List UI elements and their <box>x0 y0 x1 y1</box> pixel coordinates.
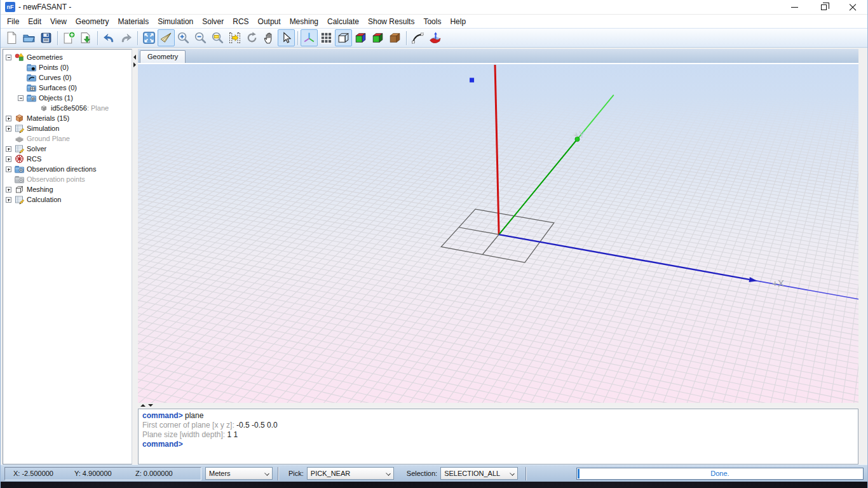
collapse-left-icon[interactable] <box>133 55 136 60</box>
menu-solver[interactable]: Solver <box>198 16 228 27</box>
point-marker <box>470 78 474 82</box>
flat-shaded-mode-button[interactable] <box>352 29 369 46</box>
close-icon <box>849 3 857 11</box>
import-geometry-button[interactable] <box>78 29 95 46</box>
tree-item-rcs[interactable]: RCS <box>3 154 132 164</box>
collapse-toggle-icon[interactable] <box>18 95 24 101</box>
minimize-icon <box>791 7 798 8</box>
selection-mode-select[interactable]: SELECTION_ALL <box>440 467 518 480</box>
tree-item-objects-1[interactable]: Objects (1) <box>3 93 132 103</box>
expand-toggle-icon[interactable] <box>6 156 11 162</box>
zoom-in-button[interactable] <box>175 29 192 46</box>
tree-item-solver[interactable]: Solver <box>3 144 132 154</box>
tree-item-calculation[interactable]: Calculation <box>3 194 132 205</box>
tree-item-meshing[interactable]: Meshing <box>3 184 132 194</box>
new-file-button[interactable] <box>3 29 20 46</box>
expand-toggle-icon[interactable] <box>6 187 11 193</box>
tree-item-label: Meshing <box>27 186 53 193</box>
menu-materials[interactable]: Materials <box>114 16 154 27</box>
add-geometry-button[interactable] <box>60 29 78 46</box>
rcs-icon <box>14 154 25 164</box>
menu-meshing[interactable]: Meshing <box>285 16 323 27</box>
expand-toggle-icon[interactable] <box>6 197 11 203</box>
show-grid-button[interactable] <box>318 29 335 46</box>
menu-tools[interactable]: Tools <box>419 16 445 27</box>
menu-show-results[interactable]: Show Results <box>363 16 419 27</box>
menu-calculate[interactable]: Calculate <box>323 16 363 27</box>
tab-geometry[interactable]: Geometry <box>140 50 186 63</box>
perspective-view-button[interactable] <box>158 29 175 46</box>
surfaces-folder-icon <box>26 83 37 93</box>
viewport-canvas[interactable]: +X+Y <box>138 64 858 403</box>
menu-simulation[interactable]: Simulation <box>153 16 198 27</box>
menu-edit[interactable]: Edit <box>24 16 46 27</box>
zoom-window-icon <box>211 31 224 44</box>
menu-view[interactable]: View <box>46 16 71 27</box>
tree-item-materials-15[interactable]: Materials (15) <box>3 113 132 123</box>
curvature-tool-button[interactable] <box>409 29 426 46</box>
units-select[interactable]: Meters <box>205 467 273 480</box>
coordinate-z: Z: 0.000000 <box>135 470 196 477</box>
expand-toggle-icon[interactable] <box>6 166 11 172</box>
status-divider <box>278 467 278 480</box>
tree-item-observation-directions[interactable]: Observation directions <box>3 164 132 174</box>
new-file-icon <box>5 31 18 44</box>
tree-item-observation-points[interactable]: Observation points <box>3 174 132 184</box>
chevron-down-icon <box>264 471 269 476</box>
restore-button[interactable] <box>809 0 838 14</box>
minimize-button[interactable] <box>780 0 809 14</box>
rotate-view-button[interactable] <box>243 29 261 46</box>
normals-tool-button[interactable] <box>426 29 444 46</box>
viewport-3d[interactable]: +X+Y <box>138 63 858 403</box>
tree-item-geometries[interactable]: Geometries <box>3 52 132 62</box>
tree-item-label: Objects (1) <box>39 94 73 102</box>
horizontal-splitter[interactable] <box>138 403 858 409</box>
menu-output[interactable]: Output <box>254 16 285 27</box>
zoom-selection-button[interactable] <box>226 29 243 46</box>
expand-toggle-icon[interactable] <box>6 146 11 152</box>
redo-button[interactable] <box>118 29 135 46</box>
select-cursor-button[interactable] <box>278 29 295 46</box>
tree-item-label: Simulation <box>27 125 59 132</box>
tree-item-ground-plane[interactable]: Ground Plane <box>3 133 132 144</box>
tree-item-simulation[interactable]: Simulation <box>3 123 132 133</box>
project-tree: GeometriesPoints (0)Curves (0)Surfaces (… <box>3 49 132 464</box>
smooth-shaded-mode-icon <box>371 31 384 44</box>
open-file-button[interactable] <box>20 29 37 46</box>
expand-toggle-icon[interactable] <box>6 126 11 132</box>
tree-item-points-0[interactable]: Points (0) <box>3 62 132 72</box>
open-file-icon <box>22 31 36 44</box>
close-button[interactable] <box>838 0 867 14</box>
zoom-out-button[interactable] <box>192 29 209 46</box>
x-axis-arrow <box>749 277 757 282</box>
undo-button[interactable] <box>100 29 118 46</box>
tree-item-id5c8e5056[interactable]: id5c8e5056 : Plane <box>3 103 132 113</box>
smooth-shaded-mode-button[interactable] <box>369 29 386 46</box>
collapse-toggle-icon[interactable] <box>6 55 11 60</box>
collapse-up-icon[interactable] <box>140 404 146 407</box>
menu-help[interactable]: Help <box>445 16 470 27</box>
collapse-right-icon[interactable] <box>133 62 136 67</box>
vertical-splitter[interactable] <box>132 49 138 464</box>
save-file-button[interactable] <box>37 29 55 46</box>
expand-toggle-icon[interactable] <box>6 116 11 121</box>
collapse-down-icon[interactable] <box>148 404 153 407</box>
fit-view-button[interactable] <box>140 29 158 46</box>
tree-item-surfaces-0[interactable]: Surfaces (0) <box>3 83 132 93</box>
textured-mode-button[interactable] <box>386 29 403 46</box>
menu-rcs[interactable]: RCS <box>228 16 253 27</box>
show-axes-button[interactable] <box>301 29 318 46</box>
form-icon <box>14 144 25 154</box>
menu-geometry[interactable]: Geometry <box>71 16 114 27</box>
y-axis-label: +Y <box>574 129 585 139</box>
pick-mode-select[interactable]: PICK_NEAR <box>307 467 394 480</box>
pan-view-button[interactable] <box>261 29 278 46</box>
zoom-window-button[interactable] <box>209 29 226 46</box>
command-console[interactable]: command> planeFirst corner of plane [x y… <box>138 409 858 464</box>
flat-shaded-mode-icon <box>354 31 367 44</box>
show-grid-icon <box>320 31 333 44</box>
console-line: First corner of plane [x y z]: -0.5 -0.5… <box>142 421 854 430</box>
wireframe-mode-button[interactable] <box>335 29 352 46</box>
tree-item-curves-0[interactable]: Curves (0) <box>3 72 132 83</box>
menu-file[interactable]: File <box>3 16 24 27</box>
